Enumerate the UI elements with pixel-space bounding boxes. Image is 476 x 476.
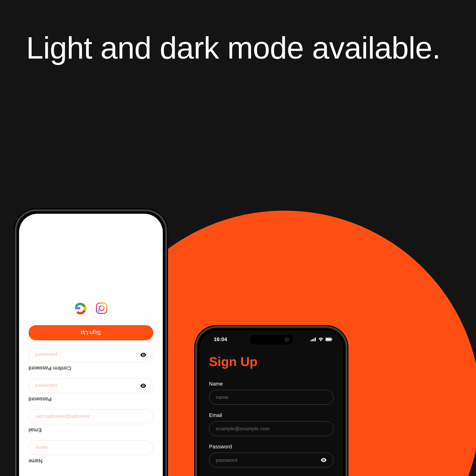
password-input[interactable]: password <box>29 378 153 393</box>
name-label: Name <box>209 381 334 387</box>
svg-rect-11 <box>312 339 313 341</box>
name-label: Name <box>29 458 153 464</box>
confirm-password-label: Confirm Password <box>29 365 153 371</box>
confirm-password-label: Confirm Password <box>209 475 334 476</box>
show-password-icon[interactable] <box>140 383 146 389</box>
svg-rect-15 <box>326 338 331 340</box>
svg-point-9 <box>98 310 100 312</box>
svg-rect-10 <box>311 340 311 341</box>
email-input[interactable]: example@example.com <box>29 409 153 424</box>
headline-text: Light and dark mode available. <box>26 29 441 67</box>
wifi-icon <box>318 338 323 341</box>
battery-icon <box>325 338 333 341</box>
page-title: Sign Up <box>209 354 334 369</box>
signup-button[interactable]: Sign Up <box>29 325 153 340</box>
signal-icon <box>311 338 316 341</box>
svg-rect-7 <box>96 303 107 313</box>
svg-rect-13 <box>315 338 316 341</box>
password-input[interactable]: password <box>209 453 334 467</box>
confirm-password-input[interactable]: password <box>29 347 153 362</box>
light-mode-phone-mockup: 16:04 Sign Up Name name Email example@ex… <box>15 209 167 476</box>
dark-mode-phone-mockup: 16:04 Sign Up Name name Email example@ex… <box>195 326 347 476</box>
show-password-icon[interactable] <box>140 352 146 358</box>
password-label: Password <box>29 396 153 402</box>
svg-rect-12 <box>313 339 314 341</box>
svg-rect-16 <box>332 339 332 340</box>
social-login-row <box>29 302 153 314</box>
email-input[interactable]: example@example.com <box>209 421 334 436</box>
show-password-icon[interactable] <box>321 457 327 463</box>
google-icon[interactable] <box>74 302 86 314</box>
status-time: 16:04 <box>214 336 227 342</box>
status-indicators <box>311 338 333 341</box>
phone-notch <box>250 335 293 345</box>
email-label: Email <box>209 412 334 418</box>
name-input[interactable]: name <box>209 390 334 405</box>
instagram-icon[interactable] <box>95 302 108 314</box>
name-input[interactable]: name <box>29 440 153 455</box>
svg-point-8 <box>99 306 104 311</box>
password-label: Password <box>209 444 334 450</box>
email-label: Email <box>29 427 153 433</box>
